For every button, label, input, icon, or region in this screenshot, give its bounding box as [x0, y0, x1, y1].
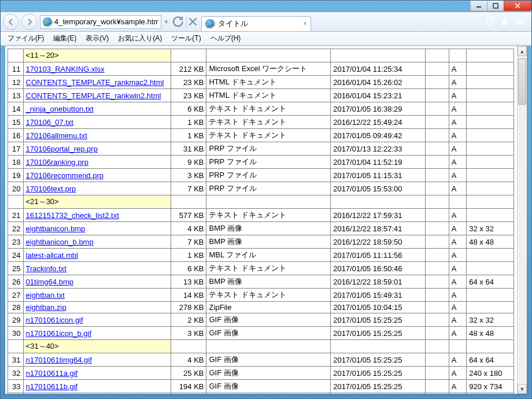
file-col6: [425, 249, 449, 262]
file-size: 7 KB: [171, 235, 206, 249]
file-link[interactable]: 170103_RANKING.xlsx: [26, 65, 105, 73]
scroll-up-icon[interactable]: ▲: [518, 46, 527, 56]
refresh-button[interactable]: [171, 16, 184, 28]
file-type: BMP 画像: [206, 222, 331, 235]
maximize-button[interactable]: [487, 1, 504, 11]
file-attr: A: [449, 235, 467, 249]
home-icon[interactable]: [485, 17, 494, 27]
blank-cell: [8, 195, 24, 209]
file-link[interactable]: eightban.zip: [26, 303, 66, 312]
file-size: 2 KB: [171, 313, 206, 327]
file-link[interactable]: eightbanicon.bmp: [26, 224, 86, 233]
file-link[interactable]: n17010611b.gif: [26, 382, 78, 391]
file-size: 278 KB: [171, 302, 206, 313]
file-size: 23 KB: [171, 76, 206, 89]
file-link[interactable]: latest-allcat.mbl: [26, 251, 78, 260]
file-type: GIF 画像: [206, 367, 331, 380]
file-size: 13 KB: [171, 275, 206, 289]
file-dimensions: [467, 289, 514, 302]
file-link[interactable]: CONTENTS_TEMPLATE_rankmac2.html: [26, 78, 164, 87]
file-link[interactable]: n17010611a.gif: [26, 369, 78, 378]
file-attr: A: [449, 222, 467, 235]
file-link[interactable]: n1701061icon.gif: [26, 316, 83, 324]
tools-icon[interactable]: [515, 17, 524, 27]
file-size: 7 KB: [171, 182, 206, 195]
file-link[interactable]: _ninja_onebutton.txt: [26, 105, 94, 113]
row-number: 32: [8, 367, 24, 380]
file-link[interactable]: 170106ranking.prp: [26, 158, 88, 167]
file-type: Microsoft Excel ワークシート: [206, 62, 331, 76]
group-label: <21～30>: [23, 195, 171, 209]
table-row: 30n1701061icon_b.gif3 KBGIF 画像2017/01/05…: [8, 327, 514, 340]
stop-button[interactable]: [186, 16, 199, 28]
file-dimensions: 48 x 48: [467, 327, 514, 340]
file-link[interactable]: eightban.txt: [26, 291, 65, 300]
menu-favorites[interactable]: お気に入り(A): [113, 32, 167, 45]
file-col6: [425, 302, 449, 313]
address-dropdown-icon[interactable]: ▼: [164, 19, 169, 25]
row-number: 17: [8, 142, 24, 156]
file-link[interactable]: n1701061timg64.gif: [26, 356, 92, 364]
close-button[interactable]: [504, 1, 531, 11]
file-attr: A: [449, 182, 467, 195]
menu-edit[interactable]: 編集(E): [49, 32, 81, 45]
scroll-down-icon[interactable]: ▼: [518, 384, 527, 394]
file-dimensions: [467, 302, 514, 313]
menu-file[interactable]: ファイル(F): [3, 32, 49, 45]
table-row: 31n1701061timg64.gif4 KBGIF 画像2017/01/05…: [8, 353, 514, 367]
file-date: 2017/01/05 15:25:25: [331, 327, 426, 340]
menu-view[interactable]: 表示(V): [81, 32, 113, 45]
file-type: テキスト ドキュメント: [206, 129, 331, 142]
file-link[interactable]: n1701061icon_b.gif: [26, 329, 92, 338]
scrollbar-track[interactable]: [518, 56, 527, 384]
file-attr: A: [449, 209, 467, 222]
table-row: 14_ninja_onebutton.txt6 KBテキスト ドキュメント201…: [8, 102, 514, 116]
file-link[interactable]: Trackinfo.txt: [26, 264, 66, 273]
file-link[interactable]: 170106recommend.prp: [26, 171, 104, 180]
row-number: 25: [8, 262, 24, 275]
row-number: 30: [8, 327, 24, 340]
file-link[interactable]: eightbanicon_b.bmp: [26, 238, 94, 246]
file-dimensions: [467, 76, 514, 89]
file-link[interactable]: 01timg64.bmp: [26, 278, 73, 286]
file-attr: A: [449, 249, 467, 262]
row-number: 22: [8, 222, 24, 235]
tab-favicon: [205, 19, 215, 28]
vertical-scrollbar[interactable]: ▲ ▼: [517, 46, 527, 394]
file-col6: [425, 209, 449, 222]
file-date: 2016/12/22 18:57:41: [331, 222, 426, 235]
address-bar[interactable]: [40, 15, 161, 29]
file-link[interactable]: 170106allmenu.txt: [26, 131, 87, 140]
row-number: 29: [8, 313, 24, 327]
back-button[interactable]: [3, 14, 19, 30]
file-date: 2017/01/05 15:25:25: [331, 353, 426, 367]
file-link[interactable]: 1612151732_check_list2.txt: [26, 211, 119, 220]
file-type: BMP 画像: [206, 235, 331, 249]
row-number: 14: [8, 102, 24, 116]
table-row: 11170103_RANKING.xlsx212 KBMicrosoft Exc…: [8, 62, 514, 76]
row-number: 18: [8, 156, 24, 169]
file-link[interactable]: 170106_07.txt: [26, 118, 73, 127]
table-row: 18170106ranking.prp9 KBPRP ファイル2017/01/0…: [8, 156, 514, 169]
tab-close-icon[interactable]: ×: [303, 20, 307, 28]
file-link[interactable]: CONTENTS_TEMPLATE_rankwin2.html: [26, 91, 161, 100]
file-size: 25 KB: [171, 367, 206, 380]
minimize-button[interactable]: [470, 1, 487, 11]
scrollbar-thumb[interactable]: [518, 58, 526, 105]
file-link[interactable]: 170106text.prp: [26, 184, 76, 193]
table-row: 28eightban.zip278 KBZipFile2017/01/05 10…: [8, 302, 514, 313]
favorites-icon[interactable]: [500, 17, 509, 27]
file-link[interactable]: 170106portal_rep.prp: [26, 145, 98, 153]
file-type: テキスト ドキュメント: [206, 209, 331, 222]
file-size: 9 KB: [171, 156, 206, 169]
file-attr: A: [449, 275, 467, 289]
browser-tab[interactable]: タイトル ×: [201, 16, 311, 31]
group-label: <11～20>: [23, 49, 171, 62]
menu-tools[interactable]: ツール(T): [167, 32, 205, 45]
file-attr: A: [449, 380, 467, 393]
file-col6: [425, 89, 449, 102]
file-type: テキスト ドキュメント: [206, 262, 331, 275]
address-input[interactable]: [54, 17, 158, 26]
forward-button[interactable]: [21, 14, 38, 30]
menu-help[interactable]: ヘルプ(H): [206, 32, 246, 45]
